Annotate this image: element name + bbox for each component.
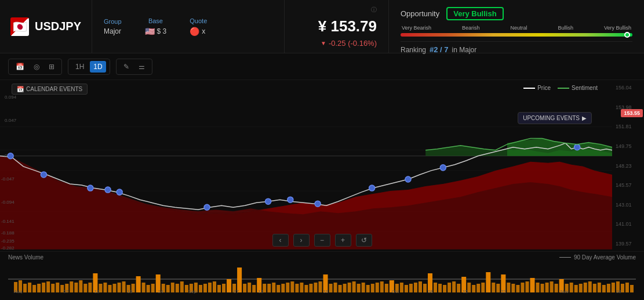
svg-text:13: 13 [94,289,99,294]
chart-next-btn[interactable]: › [293,234,310,247]
y-label-4: 149.75 [616,143,641,149]
svg-rect-116 [423,284,427,292]
svg-rect-75 [227,279,231,292]
y-label-5: 148.23 [616,163,641,169]
svg-point-11 [117,189,122,195]
price-arrow: ▼ [321,40,326,46]
price-section: ⓘ ¥ 153.79 ▼ -0.25 (-0.16%) [285,0,389,53]
ranking-value: #2 / 7 [430,45,449,54]
svg-point-14 [288,197,293,203]
timeframe-1h[interactable]: 1H [72,61,88,73]
tool-group: ✎ ⚌ [116,59,152,75]
svg-rect-42 [70,281,73,292]
svg-rect-136 [521,283,524,292]
svg-rect-149 [584,283,587,292]
svg-rect-84 [272,283,275,292]
svg-rect-51 [113,284,117,292]
svg-rect-64 [176,284,179,292]
svg-rect-100 [348,283,351,292]
info-icon: ⓘ [371,6,377,14]
price-value: ¥ 153.79 [318,17,377,35]
symbol-section: 🇯🇵 USDJPY [0,0,92,53]
svg-text:0.094: 0.094 [5,95,17,100]
svg-rect-70 [203,284,207,292]
chart-container: 📆 CALENDAR EVENTS Price Sentiment UPCOMI… [0,80,644,251]
timeframe-1d[interactable]: 1D [90,61,105,73]
indicators-btn[interactable]: ⚌ [135,61,148,73]
svg-point-10 [105,187,111,193]
table-view-btn[interactable]: ⊞ [45,61,58,73]
svg-rect-128 [481,283,485,292]
svg-text:Aug: Aug [14,289,22,294]
svg-rect-87 [286,283,289,292]
avg-line-sample [559,257,571,258]
bars-svg: Aug 07 13 19 24 Sep 07 13 19 Oct 08 15 2… [8,262,636,294]
svg-rect-155 [612,283,615,292]
draw-tool-btn[interactable]: ✎ [120,61,133,73]
svg-point-7 [8,153,13,159]
upcoming-events-tooltip[interactable]: UPCOMING EVENTS ▶ [518,112,592,124]
ranking-label: Ranking [401,46,426,54]
svg-text:0: 0 [5,153,8,158]
svg-text:-0.094: -0.094 [1,200,14,205]
svg-rect-106 [376,283,379,292]
svg-rect-146 [570,283,573,292]
sentiment-neutral: Neutral [510,25,527,31]
svg-rect-140 [541,284,544,292]
svg-point-19 [574,144,580,150]
svg-rect-134 [511,284,515,292]
chart-nav: ‹ › − + ↺ [272,234,372,247]
svg-rect-69 [199,285,202,292]
chart-zoom-in-btn[interactable]: + [335,234,351,247]
timeframe-group: 1H 1D [68,59,110,75]
avg-legend: 90 Day Average Volume [559,254,636,261]
chart-prev-btn[interactable]: ‹ [272,234,289,247]
svg-rect-131 [496,284,500,292]
svg-rect-127 [476,284,480,292]
svg-rect-151 [593,284,596,292]
svg-text:Oct: Oct [392,289,399,294]
svg-rect-101 [352,281,356,292]
svg-rect-122 [452,281,456,292]
svg-rect-143 [555,284,558,292]
svg-rect-147 [574,285,578,292]
y-label-3: 151.81 [616,124,641,129]
svg-rect-44 [79,280,82,292]
svg-rect-154 [607,284,610,292]
upcoming-events-arrow: ▶ [582,115,587,121]
chart-zoom-out-btn[interactable]: − [314,234,330,247]
svg-rect-90 [300,283,303,292]
sentiment-labels: Very Bearish Bearish Neutral Bullish Ver… [401,25,632,31]
svg-rect-103 [362,283,365,292]
svg-rect-126 [472,285,475,292]
svg-rect-92 [309,284,312,292]
sentiment-very-bullish: Very Bullish [604,25,631,31]
chart-view-btn[interactable]: ◎ [30,61,43,73]
svg-rect-39 [56,283,59,292]
calendar-view-btn[interactable]: 📅 [12,61,28,73]
svg-point-17 [405,176,411,182]
legend-sentiment-item: Sentiment [558,85,598,91]
calendar-events-label: CALENDAR EVENTS [26,86,82,92]
svg-text:15: 15 [463,289,468,294]
chart-legend: Price Sentiment [523,85,598,91]
svg-rect-104 [366,285,370,292]
svg-point-9 [88,185,93,191]
svg-rect-49 [103,283,107,292]
svg-rect-108 [385,284,388,292]
svg-rect-35 [37,284,41,292]
chart-reset-btn[interactable]: ↺ [356,234,372,247]
svg-rect-58 [147,285,150,292]
svg-point-12 [204,204,210,210]
svg-text:-0.282: -0.282 [1,245,14,250]
news-volume-section: News Volume 90 Day Average Volume [0,251,644,300]
svg-rect-45 [83,284,87,292]
svg-rect-43 [74,283,78,292]
y-label-9: 139.57 [616,241,641,247]
toolbar: 📅 ◎ ⊞ 1H 1D ✎ ⚌ [0,53,644,80]
svg-rect-78 [243,284,246,292]
svg-rect-115 [419,281,422,292]
calendar-events-button[interactable]: 📆 CALENDAR EVENTS [12,84,88,95]
top-header: 🇯🇵 USDJPY Group Major Base 🇺🇸 $ 3 Quote … [0,0,644,53]
svg-rect-114 [414,283,417,292]
